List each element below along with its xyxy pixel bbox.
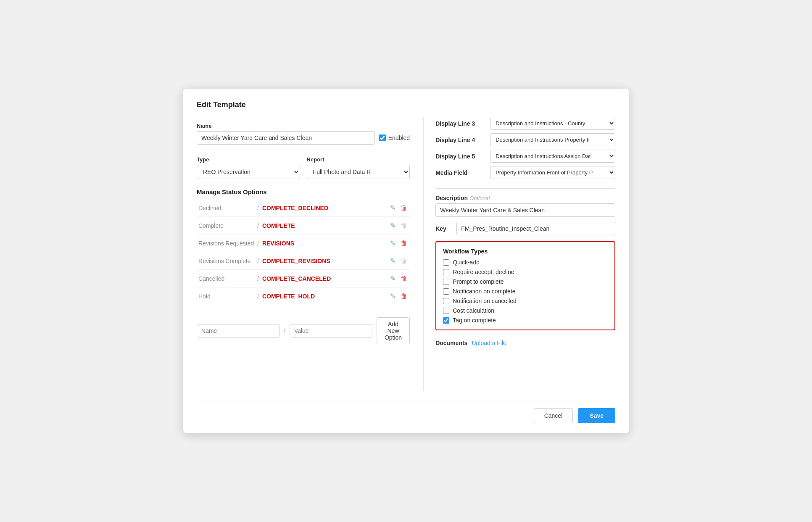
workflow-item-notification-complete: Notification on complete [443,288,608,295]
description-optional-text: Optional [469,195,490,201]
require-accept-label: Require accept, decline [453,269,514,275]
edit-icon: ✎ [390,204,395,212]
key-label: Key [435,225,452,232]
edit-icon: ✎ [390,221,395,229]
status-name: Revisions Complete [198,258,257,264]
display-line-row-5: Display Line 5 Description and Instructi… [435,150,615,163]
status-value: COMPLETE_DECLINED [262,205,389,211]
documents-row: Documents Upload a File [435,340,615,346]
status-actions: ✎ 🗑 [389,291,408,301]
media-field-select[interactable]: Property Information Front of Property P [490,166,615,179]
status-actions: ✎ 🗑 [389,274,408,283]
display-line-3-label: Display Line 3 [435,120,486,127]
enabled-label: Enabled [379,134,410,141]
report-label: Report [307,156,410,163]
status-actions: ✎ 🗑 [389,221,408,230]
display-line-5-select[interactable]: Description and Instructions Assign Dat [490,150,615,163]
add-option-name-input[interactable] [197,324,279,337]
prompt-complete-label: Prompt to complete [453,278,504,285]
edit-button[interactable]: ✎ [389,203,396,213]
edit-icon: ✎ [390,257,395,265]
delete-button[interactable]: 🗑 [400,203,408,213]
slash: / [257,240,259,247]
add-option-value-input[interactable] [290,324,372,337]
quick-add-label: Quick-add [453,259,480,266]
delete-button[interactable]: 🗑 [400,239,408,248]
display-line-5-label: Display Line 5 [435,153,486,160]
status-name: Revisions Requested [198,240,257,247]
enabled-checkbox[interactable] [379,134,386,141]
right-panel: Display Line 3 Description and Instructi… [423,117,615,391]
delete-icon: 🗑 [401,293,407,300]
edit-icon: ✎ [390,274,395,282]
slash: / [257,293,259,300]
workflow-item-require-accept: Require accept, decline [443,269,608,275]
quick-add-checkbox[interactable] [443,259,449,266]
edit-icon: ✎ [390,239,395,247]
edit-button[interactable]: ✎ [389,256,396,266]
name-input[interactable] [197,131,375,145]
delete-button-disabled: 🗑 [400,256,408,266]
cost-calculation-label: Cost calculation [453,307,494,314]
type-group: Type REO Preservation [197,150,300,179]
left-panel: Name Enabled Type REO Preservation Repor… [197,117,410,391]
table-row: Complete / COMPLETE ✎ 🗑 [197,217,410,235]
upload-file-link[interactable]: Upload a File [472,340,506,346]
modal-footer: Cancel Save [197,401,615,423]
description-input[interactable] [435,203,615,217]
workflow-item-notification-cancelled: Notification on cancelled [443,298,608,304]
table-row: Revisions Complete / COMPLETE_REVISIONS … [197,252,410,270]
modal-body: Name Enabled Type REO Preservation Repor… [197,117,615,391]
modal-title: Edit Template [197,100,615,109]
display-line-row-3: Display Line 3 Description and Instructi… [435,117,615,130]
edit-template-modal: Edit Template Name Enabled Type REO Pres… [183,89,629,433]
table-row: Cancelled / COMPLETE_CANCELED ✎ 🗑 [197,270,410,287]
cancel-button[interactable]: Cancel [534,408,573,423]
documents-label: Documents [435,340,467,346]
media-field-label: Media Field [435,169,486,176]
delete-icon-disabled: 🗑 [401,222,407,229]
description-label: Description Optional [435,195,615,201]
delete-button[interactable]: 🗑 [400,292,408,301]
type-select[interactable]: REO Preservation [197,165,300,179]
slash: / [257,258,259,264]
require-accept-checkbox[interactable] [443,269,449,275]
status-value: REVISIONS [262,240,389,247]
edit-button[interactable]: ✎ [389,238,396,248]
status-value: COMPLETE [262,222,389,229]
type-label: Type [197,156,300,163]
delete-button-disabled: 🗑 [400,221,408,230]
edit-button[interactable]: ✎ [389,221,396,230]
type-report-row: Type REO Preservation Report Full Photo … [197,150,410,179]
edit-button[interactable]: ✎ [389,291,396,301]
workflow-title: Workflow Types [443,248,608,255]
status-actions: ✎ 🗑 [389,238,408,248]
save-button[interactable]: Save [578,408,615,423]
display-lines-section: Display Line 3 Description and Instructi… [435,117,615,182]
enabled-text: Enabled [388,134,410,141]
status-name: Declined [198,205,257,211]
display-line-4-select[interactable]: Description and Instructions Property II [490,133,615,146]
tag-on-complete-label: Tag on complete [453,317,496,324]
add-option-slash: / [284,327,285,334]
table-row: Revisions Requested / REVISIONS ✎ 🗑 [197,235,410,252]
prompt-complete-checkbox[interactable] [443,279,449,285]
delete-icon: 🗑 [401,275,407,282]
notification-complete-checkbox[interactable] [443,288,449,295]
delete-button[interactable]: 🗑 [400,274,408,283]
slash: / [257,205,259,211]
notification-cancelled-checkbox[interactable] [443,298,449,304]
key-input[interactable] [456,222,615,235]
edit-button[interactable]: ✎ [389,274,396,283]
display-line-3-select[interactable]: Description and Instructions - County [490,117,615,130]
status-name: Complete [198,222,257,229]
workflow-item-cost-calculation: Cost calculation [443,307,608,314]
report-select[interactable]: Full Photo and Data R [307,165,410,179]
add-new-option-button[interactable]: Add New Option [377,317,410,344]
table-row: Hold / COMPLETE_HOLD ✎ 🗑 [197,287,410,305]
name-label: Name [197,123,410,129]
status-name: Cancelled [198,275,257,282]
cost-calculation-checkbox[interactable] [443,308,449,314]
delete-icon-disabled: 🗑 [401,257,407,265]
tag-on-complete-checkbox[interactable] [443,317,449,324]
